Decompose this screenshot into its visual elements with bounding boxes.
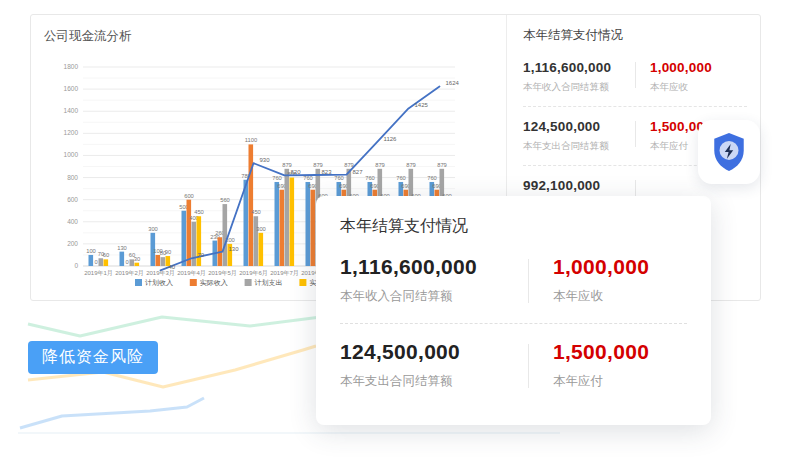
svg-text:823: 823 — [322, 169, 333, 175]
summary-row-income: 1,116,600,000 本年收入合同结算额 1,000,000 本年应收 — [523, 56, 747, 104]
svg-text:450: 450 — [194, 209, 204, 215]
income-settlement-value: 1,116,600,000 — [523, 60, 635, 75]
popup-row-expense: 124,500,000 本年支出合同结算额 1,500,000 本年应付 — [340, 338, 687, 396]
svg-text:600: 600 — [184, 193, 194, 199]
svg-text:1425: 1425 — [415, 102, 429, 108]
svg-text:760: 760 — [272, 175, 282, 181]
svg-text:560: 560 — [220, 197, 230, 203]
svg-text:100: 100 — [86, 248, 96, 254]
svg-text:760: 760 — [334, 175, 344, 181]
svg-text:400: 400 — [67, 218, 78, 225]
popup-payable-value: 1,500,000 — [553, 340, 649, 364]
popup-income-settlement-label: 本年收入合同结算额 — [340, 288, 528, 305]
popup-row-income: 1,116,600,000 本年收入合同结算额 1,000,000 本年应收 — [340, 253, 687, 311]
svg-text:1100: 1100 — [245, 137, 257, 143]
balance-value: 992,100,000 — [523, 178, 635, 193]
svg-text:0: 0 — [125, 259, 128, 265]
expense-settlement-label: 本年支出合同结算额 — [523, 140, 635, 153]
income-settlement-label: 本年收入合同结算额 — [523, 81, 635, 94]
svg-text:1000: 1000 — [64, 151, 79, 158]
svg-text:930: 930 — [260, 157, 271, 163]
receivable-value: 1,000,000 — [650, 60, 712, 75]
popup-expense-settlement-label: 本年支出合同结算额 — [340, 373, 528, 390]
popup-expense-settlement-value: 124,500,000 — [340, 340, 528, 364]
svg-text:760: 760 — [396, 175, 406, 181]
svg-text:1624: 1624 — [446, 80, 460, 86]
svg-text:879: 879 — [375, 162, 385, 168]
svg-text:879: 879 — [406, 162, 416, 168]
svg-text:2019年3月: 2019年3月 — [146, 270, 175, 277]
svg-text:2019年6月: 2019年6月 — [239, 270, 268, 277]
svg-text:0: 0 — [74, 262, 78, 269]
svg-text:760: 760 — [427, 175, 437, 181]
svg-text:879: 879 — [344, 162, 354, 168]
shield-lightning-icon — [711, 132, 747, 172]
svg-text:计划收入: 计划收入 — [145, 279, 173, 287]
svg-text:1400: 1400 — [64, 107, 79, 114]
svg-text:600: 600 — [67, 196, 78, 203]
svg-text:200: 200 — [67, 240, 78, 247]
security-feature-card — [698, 120, 760, 184]
svg-text:1200: 1200 — [64, 129, 79, 136]
svg-text:1800: 1800 — [64, 63, 79, 70]
svg-text:300: 300 — [256, 226, 266, 232]
popup-receivable-value: 1,000,000 — [553, 255, 649, 279]
svg-text:1126: 1126 — [384, 136, 398, 142]
receivable-label: 本年应收 — [650, 81, 712, 94]
chart-title: 公司现金流分析 — [44, 28, 132, 45]
svg-text:300: 300 — [148, 226, 158, 232]
svg-text:0: 0 — [94, 259, 97, 265]
dashed-divider — [523, 106, 747, 107]
popup-title: 本年结算支付情况 — [340, 216, 687, 237]
svg-text:879: 879 — [313, 162, 323, 168]
svg-text:130: 130 — [229, 246, 240, 252]
svg-text:820: 820 — [291, 169, 302, 175]
svg-text:30: 30 — [134, 256, 140, 262]
expense-settlement-value: 124,500,000 — [523, 119, 635, 134]
svg-text:879: 879 — [282, 162, 292, 168]
risk-reduction-badge: 降低资金风险 — [28, 341, 158, 374]
svg-text:2019年1月: 2019年1月 — [84, 270, 113, 277]
svg-text:760: 760 — [365, 175, 375, 181]
popup-payable-label: 本年应付 — [553, 373, 649, 390]
svg-text:130: 130 — [117, 245, 127, 251]
popup-receivable-label: 本年应收 — [553, 288, 649, 305]
svg-text:800: 800 — [67, 174, 78, 181]
svg-text:70: 70 — [198, 252, 205, 258]
svg-text:2019年5月: 2019年5月 — [208, 270, 237, 277]
svg-text:879: 879 — [437, 162, 447, 168]
svg-text:827: 827 — [353, 169, 364, 175]
svg-text:2019年4月: 2019年4月 — [177, 270, 206, 277]
svg-text:2019年7月: 2019年7月 — [270, 270, 299, 277]
svg-text:450: 450 — [251, 209, 261, 215]
dashed-divider — [340, 323, 687, 324]
popup-income-settlement-value: 1,116,600,000 — [340, 255, 528, 279]
svg-text:实际收入: 实际收入 — [200, 279, 228, 287]
svg-text:计划支出: 计划支出 — [255, 279, 283, 287]
svg-text:90: 90 — [165, 249, 171, 255]
page: 降低资金风险 公司现金流分析 0200400600800100012001400… — [0, 0, 792, 459]
svg-text:1600: 1600 — [64, 85, 79, 92]
svg-text:2019年2月: 2019年2月 — [115, 270, 144, 277]
svg-text:60: 60 — [103, 252, 109, 258]
settlement-popup: 本年结算支付情况 1,116,600,000 本年收入合同结算额 1,000,0… — [316, 196, 711, 425]
summary-panel-title: 本年结算支付情况 — [523, 27, 747, 44]
